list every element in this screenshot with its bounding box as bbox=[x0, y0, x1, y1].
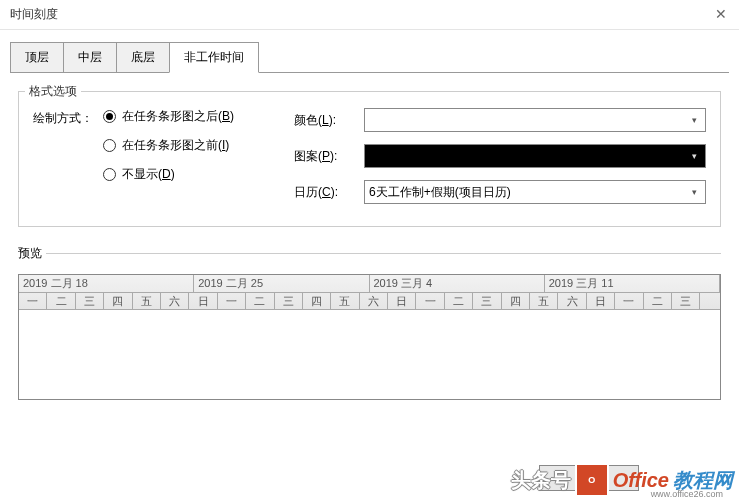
day-cell: 六 bbox=[558, 293, 586, 309]
day-cell: 五 bbox=[331, 293, 359, 309]
radio-before-bars[interactable]: 在任务条形图之前(I) bbox=[103, 137, 234, 154]
day-cell: 二 bbox=[644, 293, 672, 309]
day-cell: 三 bbox=[76, 293, 104, 309]
ok-button[interactable]: 确定 bbox=[539, 465, 639, 491]
day-cell: 日 bbox=[587, 293, 615, 309]
day-cell: 六 bbox=[360, 293, 388, 309]
radio-none[interactable]: 不显示(D) bbox=[103, 166, 234, 183]
day-cell: 日 bbox=[189, 293, 217, 309]
day-cell: 一 bbox=[218, 293, 246, 309]
date-cell: 2019 三月 11 bbox=[545, 275, 720, 292]
date-cell: 2019 二月 25 bbox=[194, 275, 369, 292]
watermark-brand2: 教程网 bbox=[673, 467, 733, 494]
close-icon[interactable]: ✕ bbox=[711, 4, 731, 24]
day-cell: 四 bbox=[502, 293, 530, 309]
tab-middle[interactable]: 中层 bbox=[63, 42, 117, 73]
day-cell: 一 bbox=[615, 293, 643, 309]
day-cell: 五 bbox=[530, 293, 558, 309]
tab-strip: 顶层 中层 底层 非工作时间 bbox=[0, 30, 739, 73]
format-legend: 格式选项 bbox=[25, 83, 81, 100]
preview-legend: 预览 bbox=[18, 245, 46, 262]
day-cell: 六 bbox=[161, 293, 189, 309]
calendar-value: 6天工作制+假期(项目日历) bbox=[369, 184, 511, 201]
radio-after-bars[interactable]: 在任务条形图之后(B) bbox=[103, 108, 234, 125]
chevron-down-icon: ▾ bbox=[685, 147, 703, 165]
day-cell: 二 bbox=[246, 293, 274, 309]
day-cell: 三 bbox=[473, 293, 501, 309]
tab-nonworking[interactable]: 非工作时间 bbox=[169, 42, 259, 73]
day-cell: 一 bbox=[19, 293, 47, 309]
day-cell: 四 bbox=[104, 293, 132, 309]
preview-timeline: 2019 二月 18 2019 二月 25 2019 三月 4 2019 三月 … bbox=[18, 274, 721, 400]
day-header-row: 一二三四五六日一二三四五六日一二三四五六日一二三 bbox=[19, 292, 720, 309]
radio-icon bbox=[103, 110, 116, 123]
day-cell: 二 bbox=[445, 293, 473, 309]
date-cell: 2019 三月 4 bbox=[370, 275, 545, 292]
preview-group: 预览 2019 二月 18 2019 二月 25 2019 三月 4 2019 … bbox=[18, 253, 721, 400]
day-cell: 日 bbox=[388, 293, 416, 309]
day-cell: 三 bbox=[275, 293, 303, 309]
format-options-group: 格式选项 绘制方式： 在任务条形图之后(B) 在任务条形图之前(I) 不显示(D… bbox=[18, 91, 721, 227]
tab-top[interactable]: 顶层 bbox=[10, 42, 64, 73]
chevron-down-icon: ▾ bbox=[685, 183, 703, 201]
tab-bottom[interactable]: 底层 bbox=[116, 42, 170, 73]
draw-mode-label: 绘制方式： bbox=[33, 108, 93, 183]
day-cell: 三 bbox=[672, 293, 700, 309]
preview-body bbox=[19, 310, 720, 400]
radio-label: 在任务条形图之后(B) bbox=[122, 108, 234, 125]
day-cell: 五 bbox=[133, 293, 161, 309]
titlebar: 时间刻度 ✕ bbox=[0, 0, 739, 30]
color-combo[interactable]: ▾ bbox=[364, 108, 706, 132]
draw-mode-radios: 在任务条形图之后(B) 在任务条形图之前(I) 不显示(D) bbox=[103, 108, 234, 183]
pattern-label: 图案(P): bbox=[294, 148, 354, 165]
date-cell: 2019 二月 18 bbox=[19, 275, 194, 292]
watermark-url: www.office26.com bbox=[651, 489, 723, 499]
color-label: 颜色(L): bbox=[294, 112, 354, 129]
radio-label: 在任务条形图之前(I) bbox=[122, 137, 229, 154]
window-title: 时间刻度 bbox=[10, 6, 58, 23]
radio-icon bbox=[103, 139, 116, 152]
radio-icon bbox=[103, 168, 116, 181]
chevron-down-icon: ▾ bbox=[685, 111, 703, 129]
day-cell: 一 bbox=[416, 293, 444, 309]
pattern-combo[interactable]: ▾ bbox=[364, 144, 706, 168]
date-header-row: 2019 二月 18 2019 二月 25 2019 三月 4 2019 三月 … bbox=[19, 275, 720, 292]
calendar-combo[interactable]: 6天工作制+假期(项目日历) ▾ bbox=[364, 180, 706, 204]
calendar-label: 日历(C): bbox=[294, 184, 354, 201]
day-cell: 二 bbox=[47, 293, 75, 309]
day-cell: 四 bbox=[303, 293, 331, 309]
radio-label: 不显示(D) bbox=[122, 166, 175, 183]
